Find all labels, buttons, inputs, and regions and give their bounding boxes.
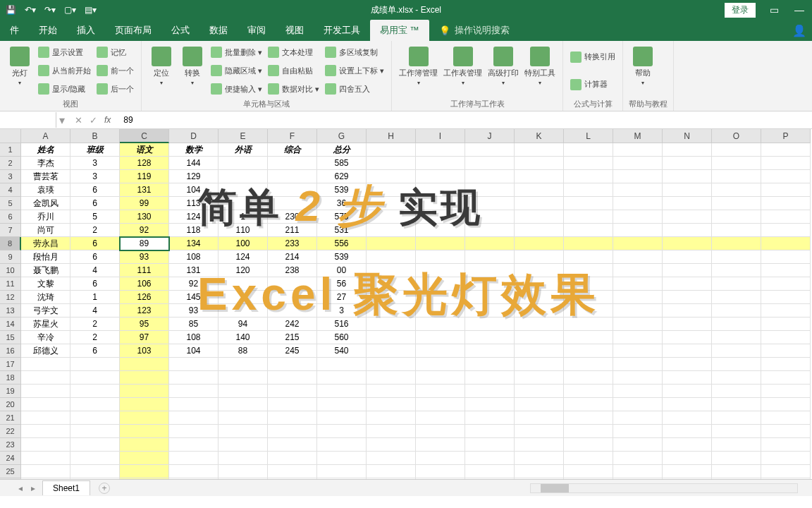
column-header[interactable]: A	[21, 129, 70, 143]
cell[interactable]	[761, 250, 811, 264]
cell[interactable]	[21, 411, 70, 425]
cell[interactable]: 123	[120, 304, 169, 318]
cell[interactable]: 560	[317, 331, 367, 344]
column-header[interactable]: N	[663, 129, 712, 143]
ribbon-tab[interactable]: 审阅	[238, 20, 276, 41]
cell[interactable]	[712, 237, 761, 250]
cell[interactable]	[169, 452, 219, 465]
cell[interactable]	[663, 452, 712, 465]
cell[interactable]: 93	[120, 250, 169, 264]
cell[interactable]	[465, 224, 515, 237]
cell[interactable]: 27	[317, 291, 367, 304]
cell[interactable]	[268, 425, 317, 438]
cell[interactable]	[515, 398, 564, 411]
cell[interactable]	[416, 425, 465, 438]
cell[interactable]	[416, 318, 465, 331]
cell[interactable]: 2	[70, 224, 120, 237]
cell[interactable]: 214	[268, 250, 317, 264]
cell[interactable]	[564, 304, 613, 318]
cell[interactable]	[367, 170, 416, 183]
cell[interactable]: 3	[317, 304, 367, 318]
column-header[interactable]: M	[613, 129, 663, 143]
cell[interactable]	[564, 277, 613, 291]
column-header[interactable]: C	[120, 129, 169, 143]
cell[interactable]	[663, 358, 712, 371]
cell[interactable]	[663, 344, 712, 358]
cell[interactable]	[416, 438, 465, 452]
cell[interactable]	[367, 452, 416, 465]
cell[interactable]	[219, 425, 268, 438]
cell[interactable]	[219, 197, 268, 210]
cell[interactable]: 李杰	[21, 157, 70, 170]
fx-icon[interactable]: fx	[104, 115, 111, 125]
cell[interactable]	[712, 197, 761, 210]
cell[interactable]: 99	[120, 197, 169, 210]
ribbon-tab[interactable]: 开发工具	[314, 20, 370, 41]
cell[interactable]	[416, 183, 465, 197]
cell[interactable]	[317, 465, 367, 478]
ribbon-button[interactable]: 帮助▾	[629, 44, 657, 97]
cell[interactable]: 劳永昌	[21, 237, 70, 250]
cell[interactable]: 93	[169, 304, 219, 318]
cell[interactable]	[564, 291, 613, 304]
cell[interactable]	[663, 465, 712, 478]
cell[interactable]	[712, 277, 761, 291]
row-header[interactable]: 5	[0, 197, 21, 210]
cell[interactable]	[564, 143, 613, 157]
cell[interactable]	[712, 358, 761, 371]
cell[interactable]	[465, 250, 515, 264]
cell[interactable]	[761, 411, 811, 425]
sheet-nav-next-icon[interactable]: ▸	[27, 483, 39, 493]
cell[interactable]	[613, 210, 663, 224]
cell[interactable]	[21, 371, 70, 385]
cell[interactable]	[70, 425, 120, 438]
cell[interactable]	[268, 277, 317, 291]
cell[interactable]	[663, 183, 712, 197]
cell[interactable]	[761, 170, 811, 183]
cell[interactable]: 语文	[120, 143, 169, 157]
column-header[interactable]: F	[268, 129, 317, 143]
row-header[interactable]: 7	[0, 224, 21, 237]
row-header[interactable]: 8	[0, 237, 21, 250]
cell[interactable]	[317, 438, 367, 452]
cell[interactable]	[663, 438, 712, 452]
cell[interactable]	[515, 157, 564, 170]
cell[interactable]	[416, 197, 465, 210]
row-header[interactable]: 4	[0, 183, 21, 197]
cell[interactable]	[367, 277, 416, 291]
cell[interactable]	[712, 425, 761, 438]
cell[interactable]	[367, 438, 416, 452]
cell[interactable]	[465, 385, 515, 398]
cell[interactable]: 5	[70, 210, 120, 224]
cell[interactable]	[416, 264, 465, 277]
cell[interactable]	[712, 411, 761, 425]
cell[interactable]	[465, 425, 515, 438]
cell[interactable]	[515, 371, 564, 385]
cell[interactable]: 聂飞鹏	[21, 264, 70, 277]
ribbon-button[interactable]: 便捷输入 ▾	[209, 83, 264, 95]
row-header[interactable]: 18	[0, 371, 21, 385]
cell[interactable]	[712, 264, 761, 277]
cell[interactable]	[416, 143, 465, 157]
cell[interactable]	[564, 264, 613, 277]
cell[interactable]	[367, 318, 416, 331]
cell[interactable]	[515, 170, 564, 183]
cell[interactable]: 95	[120, 318, 169, 331]
cell[interactable]	[663, 425, 712, 438]
minimize-icon[interactable]: —	[787, 4, 812, 16]
cell[interactable]	[70, 452, 120, 465]
cell[interactable]: 数学	[169, 143, 219, 157]
cell[interactable]	[416, 411, 465, 425]
cell[interactable]	[416, 452, 465, 465]
cell[interactable]	[663, 411, 712, 425]
cancel-icon[interactable]: ✕	[75, 115, 82, 126]
cell[interactable]	[219, 465, 268, 478]
cell[interactable]	[712, 291, 761, 304]
cell[interactable]: 245	[268, 344, 317, 358]
cell[interactable]: 516	[317, 318, 367, 331]
ribbon-button[interactable]: 设置上下标 ▾	[324, 64, 386, 77]
cell[interactable]: 242	[268, 318, 317, 331]
cell[interactable]	[317, 452, 367, 465]
cell[interactable]	[268, 465, 317, 478]
cell[interactable]	[564, 438, 613, 452]
